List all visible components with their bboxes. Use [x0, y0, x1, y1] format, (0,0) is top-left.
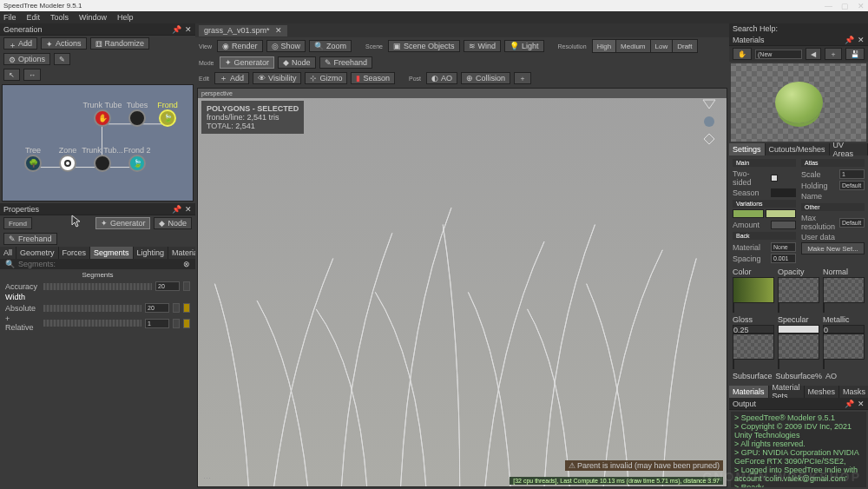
material-set-select[interactable]: (New [755, 50, 802, 59]
relative-slider[interactable] [43, 320, 141, 327]
minimize-icon[interactable]: — [825, 2, 832, 10]
show-button[interactable]: ◎Show [266, 40, 306, 52]
frond-select[interactable]: Frond [3, 217, 32, 229]
mtab-settings[interactable]: Settings [729, 143, 766, 155]
panel-close-icon[interactable]: ✕ [858, 36, 865, 44]
accuracy-value[interactable]: 20 [155, 281, 180, 291]
color-check[interactable] [733, 302, 734, 313]
res-high[interactable]: High [593, 40, 616, 52]
btab-meshes[interactable]: Meshes [805, 386, 840, 398]
var-swatch-1[interactable] [733, 209, 764, 218]
light-button[interactable]: 💡Light [504, 40, 544, 52]
panel-close-icon[interactable]: ✕ [185, 25, 192, 34]
menu-tools[interactable]: Tools [50, 13, 69, 22]
close-icon[interactable]: ✕ [858, 2, 865, 10]
pin-icon[interactable]: 📌 [172, 205, 181, 214]
spec-map[interactable] [778, 334, 819, 360]
edit-add[interactable]: ＋Add [214, 72, 249, 84]
back-spacing[interactable]: 0.001 [771, 254, 796, 263]
actions-button[interactable]: ✦Actions [41, 37, 87, 50]
mat-prev[interactable]: ◀ [806, 48, 821, 60]
mode-node[interactable]: ◆Node [278, 56, 316, 69]
relative-value[interactable]: 1 [145, 319, 169, 328]
node-graph[interactable]: Trunk Tube✋ Tubes Frond🍃 Tree🌳 Zone Trun… [2, 84, 194, 202]
viewport-menu-icon[interactable]: ⋯ [203, 474, 211, 483]
edit-season[interactable]: ▮Season [351, 72, 395, 84]
accuracy-slider[interactable] [43, 283, 152, 290]
node-mode[interactable]: ◆ Node [154, 217, 192, 229]
mtab-uv[interactable]: UV Areas [830, 143, 868, 155]
panel-close-icon[interactable]: ✕ [185, 205, 192, 214]
normal-check[interactable] [823, 302, 825, 313]
stepper[interactable] [173, 319, 180, 328]
zoom-button[interactable]: 🔍Zoom [309, 40, 352, 52]
absolute-value[interactable]: 20 [145, 303, 169, 313]
property-search[interactable] [18, 260, 180, 268]
season-swatch[interactable] [771, 188, 796, 197]
render-button[interactable]: ◉Render [217, 40, 263, 52]
mat-save[interactable]: 💾 [845, 48, 865, 60]
add-button[interactable]: ＋Add [3, 37, 37, 50]
var-swatch-2[interactable] [766, 209, 797, 218]
menu-edit[interactable]: Edit [27, 13, 41, 22]
node-frond2[interactable]: 🍃 [128, 155, 146, 172]
arrow-tool[interactable]: ↖ [3, 69, 20, 81]
generator-mode[interactable]: ✦ Generator [95, 217, 151, 229]
tab-lighting[interactable]: Lighting [134, 247, 169, 259]
node-trunk-tub[interactable] [94, 155, 111, 172]
mtab-cutouts[interactable]: Cutouts/Meshes [766, 143, 830, 155]
menu-file[interactable]: File [3, 13, 16, 22]
clear-icon[interactable]: ⊗ [183, 260, 190, 268]
spec-val[interactable] [778, 325, 819, 334]
gloss-map[interactable] [733, 334, 774, 360]
menu-help[interactable]: Help [117, 13, 134, 22]
post-ao[interactable]: ◐AO [426, 72, 457, 84]
node-trunk-tube[interactable]: ✋ [94, 109, 111, 127]
stepper[interactable] [173, 303, 180, 313]
help-search[interactable] [778, 26, 865, 32]
opacity-check[interactable] [778, 302, 779, 313]
node-tubes[interactable] [128, 109, 146, 127]
back-material[interactable]: None [771, 242, 796, 252]
btab-matsets[interactable]: Material Sets [769, 386, 805, 398]
node-zone[interactable] [59, 155, 76, 172]
gloss-val[interactable]: 0.25 [733, 325, 774, 334]
maximize-icon[interactable]: ▢ [841, 2, 849, 10]
tab-segments[interactable]: Segments [90, 247, 134, 259]
pin-icon[interactable]: 📌 [845, 36, 854, 44]
opacity-map[interactable] [778, 277, 819, 303]
material-preview[interactable] [731, 63, 866, 142]
pin-icon[interactable]: 📌 [172, 25, 181, 34]
atlas-scale[interactable]: 1 [839, 169, 865, 179]
tab-geometry[interactable]: Geometry [16, 247, 59, 259]
res-draft[interactable]: Draft [673, 40, 696, 52]
spec-check[interactable] [778, 359, 779, 369]
viewport-3d[interactable]: perspective POLYGONS - SELECTED fronds/l… [197, 88, 727, 487]
absolute-slider[interactable] [43, 305, 141, 312]
freehand-mode[interactable]: ✎ Freehand [3, 233, 57, 245]
metal-map[interactable] [823, 334, 865, 360]
metal-val[interactable]: 0 [823, 325, 865, 334]
node-frond[interactable]: 🍃 [159, 109, 176, 127]
scene-objects-button[interactable]: ▣Scene Objects [388, 40, 460, 52]
normal-map[interactable] [823, 277, 865, 303]
tab-close-icon[interactable]: ✕ [275, 26, 282, 35]
file-tab[interactable]: grass_A_v01.spm* ✕ [199, 25, 287, 36]
metal-check[interactable] [823, 359, 825, 369]
options-button[interactable]: ⚙Options [3, 53, 50, 65]
res-medium[interactable]: Medium [616, 40, 650, 52]
view-gizmo[interactable] [699, 96, 720, 148]
brush-button[interactable]: ✎ [54, 53, 70, 65]
pan-tool[interactable]: ↔ [23, 69, 41, 81]
post-collision[interactable]: ⊕Collision [461, 72, 510, 84]
menu-window[interactable]: Window [79, 13, 107, 22]
gloss-check[interactable] [733, 359, 734, 369]
tab-forces[interactable]: Forces [59, 247, 91, 259]
tab-all[interactable]: All [0, 247, 16, 259]
wind-button[interactable]: ≋Wind [464, 40, 502, 52]
pin-icon[interactable]: 📌 [845, 400, 854, 408]
res-low[interactable]: Low [651, 40, 674, 52]
edit-visibility[interactable]: 👁Visibility [253, 72, 301, 84]
color-map[interactable] [733, 277, 774, 303]
curve-icon[interactable] [183, 303, 190, 313]
